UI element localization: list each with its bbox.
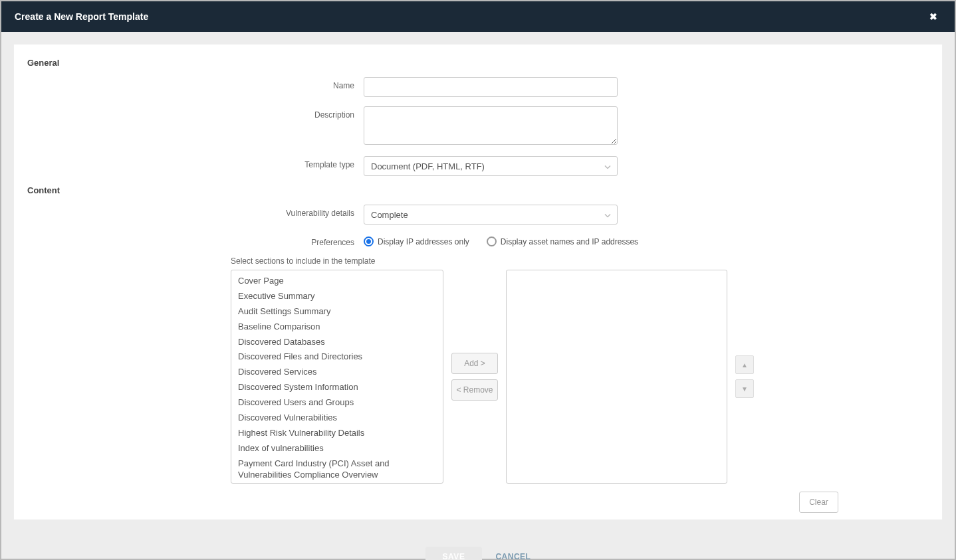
vuln-details-value: Complete <box>371 210 408 220</box>
field-preferences-row: Preferences Display IP addresses only Di… <box>27 234 929 247</box>
modal-header: Create a New Report Template ✖ <box>1 1 955 32</box>
list-item[interactable]: Highest Risk Vulnerability Details <box>231 426 443 441</box>
pref-radio-ip-only-label: Display IP addresses only <box>378 237 469 246</box>
vuln-details-select[interactable]: Complete <box>364 205 618 225</box>
field-template-type-row: Template type Document (PDF, HTML, RTF) <box>27 156 929 176</box>
list-item[interactable]: Audit Settings Summary <box>231 304 443 320</box>
field-vuln-details-row: Vulnerability details Complete <box>27 205 929 225</box>
list-item[interactable]: Index of vulnerabilities <box>231 441 443 456</box>
list-item[interactable]: Executive Summary <box>231 289 443 304</box>
section-general-title: General <box>27 58 929 68</box>
caret-down-icon: ▼ <box>741 385 748 393</box>
field-name-row: Name <box>27 77 929 97</box>
modal-container: Create a New Report Template ✖ General N… <box>0 0 956 560</box>
modal-title: Create a New Report Template <box>15 11 148 22</box>
description-input[interactable] <box>364 106 618 145</box>
cancel-button[interactable]: CANCEL <box>495 552 531 560</box>
name-label: Name <box>27 77 364 90</box>
description-label: Description <box>27 106 364 120</box>
modal-footer: SAVE CANCEL <box>1 532 955 560</box>
modal-body: General Name Description Template type D… <box>13 44 943 520</box>
section-picker: Select sections to include in the templa… <box>231 256 929 513</box>
list-item[interactable]: Discovered Files and Directories <box>231 349 443 365</box>
add-button[interactable]: Add > <box>451 353 498 374</box>
template-type-value: Document (PDF, HTML, RTF) <box>371 161 485 171</box>
template-type-label: Template type <box>27 156 364 169</box>
radio-icon <box>364 236 374 246</box>
move-up-button[interactable]: ▲ <box>735 355 754 374</box>
picker-caption: Select sections to include in the templa… <box>231 256 929 266</box>
list-item[interactable]: Payment Card Industry (PCI) Asset and Vu… <box>231 456 443 483</box>
move-down-button[interactable]: ▼ <box>735 379 754 398</box>
pref-radio-names-and-ip-label: Display asset names and IP addresses <box>501 237 638 246</box>
vuln-details-label: Vulnerability details <box>27 205 364 218</box>
save-button[interactable]: SAVE <box>425 547 483 560</box>
name-input[interactable] <box>364 77 618 97</box>
list-item[interactable]: Discovered Databases <box>231 335 443 350</box>
radio-icon <box>487 236 497 246</box>
list-item[interactable]: Discovered Users and Groups <box>231 395 443 411</box>
pref-radio-names-and-ip[interactable]: Display asset names and IP addresses <box>487 236 638 246</box>
template-type-select[interactable]: Document (PDF, HTML, RTF) <box>364 156 618 176</box>
field-description-row: Description <box>27 106 929 147</box>
selected-sections-listbox[interactable] <box>506 270 727 484</box>
reorder-buttons: ▲ ▼ <box>735 355 755 398</box>
caret-up-icon: ▲ <box>741 361 748 369</box>
section-content-title: Content <box>27 185 929 195</box>
list-item[interactable]: Discovered System Information <box>231 380 443 395</box>
list-item[interactable]: Discovered Vulnerabilities <box>231 411 443 426</box>
preferences-label: Preferences <box>27 234 364 247</box>
remove-button[interactable]: < Remove <box>451 379 498 401</box>
close-icon[interactable]: ✖ <box>925 9 941 25</box>
list-item[interactable]: Discovered Services <box>231 365 443 380</box>
available-sections-listbox[interactable]: Cover PageExecutive SummaryAudit Setting… <box>231 270 443 484</box>
list-item[interactable]: Cover Page <box>231 270 443 289</box>
transfer-buttons: Add > < Remove <box>451 353 498 401</box>
clear-button[interactable]: Clear <box>799 492 838 513</box>
list-item[interactable]: Baseline Comparison <box>231 320 443 335</box>
pref-radio-ip-only[interactable]: Display IP addresses only <box>364 236 469 246</box>
